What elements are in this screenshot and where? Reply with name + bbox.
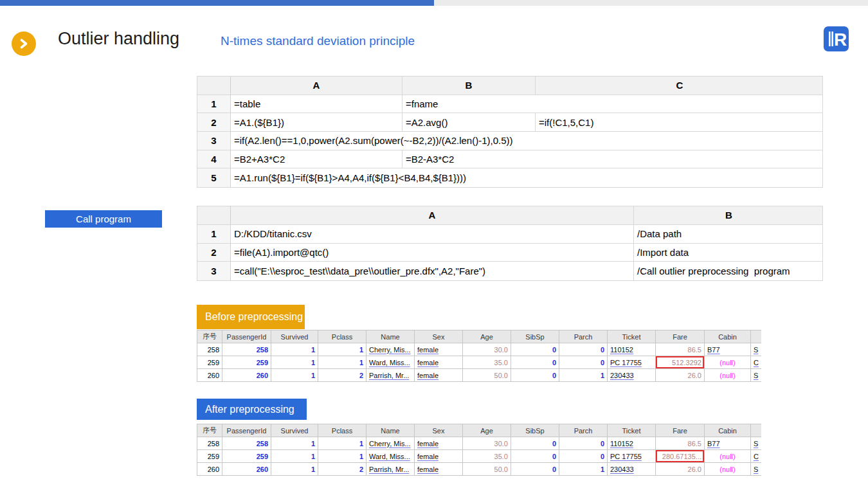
grid-cell[interactable]: 1 bbox=[271, 356, 318, 369]
grid-cell[interactable]: 260 bbox=[197, 369, 222, 382]
grid-cell[interactable]: Cherry, Mis... bbox=[366, 437, 415, 450]
row-header-2[interactable]: 2 bbox=[197, 244, 231, 262]
row-header-3[interactable]: 3 bbox=[197, 262, 231, 280]
cell-B1[interactable]: /Data path bbox=[634, 225, 824, 243]
grid-cell[interactable]: C bbox=[751, 356, 761, 369]
grid-cell[interactable]: 260 bbox=[222, 369, 271, 382]
grid-cell[interactable]: B77 bbox=[705, 437, 751, 450]
grid-header-cell[interactable]: SibSp bbox=[511, 330, 559, 343]
cell-A3[interactable]: =call("E:\\esproc_test\\data_pre\\outlie… bbox=[231, 262, 634, 280]
grid-header-cell[interactable]: 序号 bbox=[197, 424, 222, 437]
grid-header-cell[interactable]: Ticket bbox=[608, 330, 656, 343]
row-header-3[interactable]: 3 bbox=[197, 132, 231, 150]
grid-cell[interactable]: Ward, Miss... bbox=[366, 356, 415, 369]
cell-B4[interactable]: =B2-A3*C2 bbox=[402, 150, 536, 168]
grid-cell[interactable]: 260 bbox=[222, 463, 271, 476]
grid-cell[interactable]: 2 bbox=[318, 463, 366, 476]
grid-cell[interactable]: S bbox=[751, 369, 761, 382]
grid-cell[interactable]: 1 bbox=[559, 463, 608, 476]
grid-cell[interactable]: 86.5 bbox=[656, 343, 705, 356]
grid-cell[interactable]: 1 bbox=[318, 343, 366, 356]
grid-cell[interactable]: 0 bbox=[511, 463, 559, 476]
row-header-2[interactable]: 2 bbox=[197, 113, 231, 131]
grid-cell[interactable]: female bbox=[415, 343, 463, 356]
grid-cell[interactable]: 1 bbox=[318, 450, 366, 463]
column-header-B[interactable]: B bbox=[402, 77, 536, 95]
grid-cell[interactable]: 0 bbox=[511, 356, 559, 369]
cell-A4[interactable]: =B2+A3*C2 bbox=[231, 150, 402, 168]
corner-cell[interactable] bbox=[197, 206, 231, 224]
grid-cell[interactable]: 1 bbox=[271, 463, 318, 476]
cell-B2[interactable]: =A2.avg() bbox=[402, 113, 536, 131]
grid-header-cell[interactable]: SibSp bbox=[511, 424, 559, 437]
grid-header-cell[interactable]: E bbox=[751, 424, 761, 437]
cell-C4[interactable] bbox=[536, 150, 824, 168]
grid-cell[interactable]: 2 bbox=[318, 369, 366, 382]
grid-cell[interactable]: 0 bbox=[559, 343, 608, 356]
call-program-button[interactable]: Call program bbox=[45, 210, 162, 228]
grid-header-cell[interactable]: Cabin bbox=[705, 330, 751, 343]
grid-cell[interactable]: female bbox=[415, 356, 463, 369]
grid-cell[interactable]: 230433 bbox=[608, 463, 656, 476]
grid-cell[interactable]: 258 bbox=[197, 343, 222, 356]
grid-cell[interactable]: 0 bbox=[511, 450, 559, 463]
grid-cell[interactable]: PC 17755 bbox=[608, 356, 656, 369]
column-header-B[interactable]: B bbox=[634, 206, 824, 224]
grid-cell[interactable]: 1 bbox=[318, 437, 366, 450]
grid-cell[interactable]: 50.0 bbox=[463, 463, 511, 476]
column-header-A[interactable]: A bbox=[231, 206, 634, 224]
grid-header-cell[interactable]: Parch bbox=[559, 424, 608, 437]
grid-header-cell[interactable]: Pclass bbox=[318, 424, 366, 437]
grid-cell[interactable]: Parrish, Mr... bbox=[366, 463, 415, 476]
grid-header-cell[interactable]: Survived bbox=[271, 330, 318, 343]
grid-cell[interactable]: 1 bbox=[318, 356, 366, 369]
grid-cell[interactable]: (null) bbox=[705, 450, 751, 463]
grid-cell[interactable]: S bbox=[751, 343, 761, 356]
grid-cell[interactable]: 35.0 bbox=[463, 356, 511, 369]
grid-cell[interactable]: 1 bbox=[271, 369, 318, 382]
row-header-1[interactable]: 1 bbox=[197, 95, 231, 113]
cell-C2[interactable]: =if(!C1,5,C1) bbox=[536, 113, 824, 131]
grid-header-cell[interactable]: Cabin bbox=[705, 424, 751, 437]
cell-B1[interactable]: =fname bbox=[402, 95, 536, 113]
grid-cell[interactable]: 1 bbox=[271, 437, 318, 450]
grid-header-cell[interactable]: Sex bbox=[415, 424, 463, 437]
grid-cell[interactable]: Cherry, Mis... bbox=[366, 343, 415, 356]
column-header-C[interactable]: C bbox=[536, 77, 824, 95]
grid-cell[interactable]: 110152 bbox=[608, 343, 656, 356]
grid-cell[interactable]: Parrish, Mr... bbox=[366, 369, 415, 382]
cell-C1[interactable] bbox=[536, 95, 824, 113]
cell-B2[interactable]: /Import data bbox=[634, 244, 824, 262]
grid-cell[interactable]: 259 bbox=[197, 450, 222, 463]
grid-header-cell[interactable]: Age bbox=[463, 330, 511, 343]
grid-cell[interactable]: 0 bbox=[511, 369, 559, 382]
cell-A2[interactable]: =A1.(${B1}) bbox=[231, 113, 402, 131]
grid-cell[interactable]: Ward, Miss... bbox=[366, 450, 415, 463]
grid-cell[interactable]: C bbox=[751, 450, 761, 463]
grid-cell[interactable]: 50.0 bbox=[463, 369, 511, 382]
grid-cell[interactable]: 258 bbox=[222, 437, 271, 450]
grid-header-cell[interactable]: Age bbox=[463, 424, 511, 437]
grid-cell[interactable]: female bbox=[415, 369, 463, 382]
grid-header-cell[interactable]: Parch bbox=[559, 330, 608, 343]
grid-cell[interactable]: 1 bbox=[559, 369, 608, 382]
grid-cell[interactable]: PC 17755 bbox=[608, 450, 656, 463]
row-header-5[interactable]: 5 bbox=[197, 168, 231, 187]
grid-header-cell[interactable]: Name bbox=[366, 330, 415, 343]
grid-cell[interactable]: 0 bbox=[559, 356, 608, 369]
grid-header-cell[interactable]: Fare bbox=[656, 424, 705, 437]
grid-cell[interactable]: 0 bbox=[559, 437, 608, 450]
row-header-1[interactable]: 1 bbox=[197, 225, 231, 243]
grid-header-cell[interactable]: E bbox=[751, 330, 761, 343]
grid-cell-outlier-flagged[interactable]: 512.3292 bbox=[656, 356, 705, 369]
grid-cell[interactable]: B77 bbox=[705, 343, 751, 356]
grid-header-cell[interactable]: PassengerId bbox=[222, 330, 271, 343]
grid-cell[interactable]: (null) bbox=[705, 369, 751, 382]
cell-A1[interactable]: D:/KDD/titanic.csv bbox=[231, 225, 634, 243]
grid-cell[interactable]: 259 bbox=[222, 450, 271, 463]
grid-header-cell[interactable]: Fare bbox=[656, 330, 705, 343]
grid-header-cell[interactable]: Sex bbox=[415, 330, 463, 343]
grid-header-cell[interactable]: Pclass bbox=[318, 330, 366, 343]
cell-A2[interactable]: =file(A1).import@qtc() bbox=[231, 244, 634, 262]
grid-cell[interactable]: 230433 bbox=[608, 369, 656, 382]
